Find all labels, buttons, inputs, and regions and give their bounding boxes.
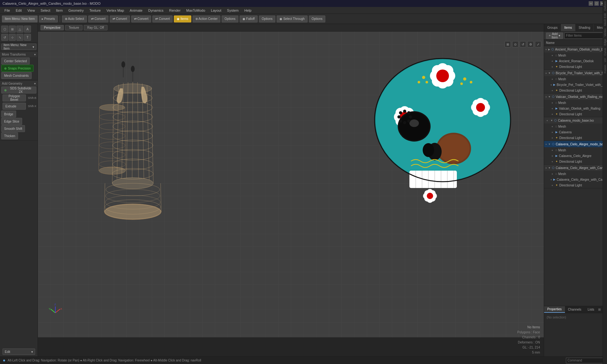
minimize-button[interactable]: ─ [589, 1, 593, 6]
vis-15[interactable]: ● [550, 160, 554, 163]
prop-expand-icon[interactable]: ⊞ [598, 307, 601, 312]
tree-item-mesh-2[interactable]: ● □ Mesh [544, 76, 607, 82]
lt-icon-text2[interactable]: T [24, 34, 31, 41]
menu-help[interactable]: Help [242, 8, 254, 13]
lt-icon-sphere[interactable]: ⬡ [1, 26, 8, 33]
convert-button-2[interactable]: ⇄ Convert [110, 15, 130, 22]
vis-1[interactable]: ● [550, 54, 554, 57]
tree-item-bicycle[interactable]: ● ▶ Bicycle_Pet_Trailer_Violet_with_Sphy… [544, 82, 607, 88]
vp-ctrl-expand[interactable]: ⤢ [535, 41, 541, 47]
tree-item-light-1[interactable]: ● ✦ Directional Light [544, 64, 607, 70]
vis-14[interactable]: ● [550, 155, 554, 157]
tree-item-vatican[interactable]: ● ▶ Vatican_Obelisk_with_Railing [544, 106, 607, 111]
select-through-button[interactable]: ◉ Select Through [277, 15, 307, 22]
extrude-button[interactable]: Extrude [3, 103, 26, 110]
snaps-precision-button[interactable]: ⊕ Snaps Precision [1, 65, 34, 72]
menu-edit[interactable]: Edit [13, 8, 24, 13]
vis-6[interactable]: ● [550, 89, 554, 92]
vis-icon-3[interactable]: ● [545, 95, 547, 98]
tree-item-mesh-5[interactable]: ● □ Mesh [544, 147, 607, 153]
tree-item-light-3[interactable]: ● ✦ Directional Light [544, 111, 607, 117]
polygon-bevel-button[interactable]: Polygon Bevel [3, 94, 26, 101]
tree-group-header-1[interactable]: ● ▶ ⬡ Ancient_Roman_Obelisk_modo_base.lx… [544, 46, 607, 52]
lt-icon-move[interactable]: ⊹ [9, 34, 16, 41]
tree-group-header-6[interactable]: ● ▼ ⬡ Calavera_Cielo_Alegre_with_Candle.… [544, 165, 607, 171]
menu-file[interactable]: File [2, 8, 13, 13]
viewport-canvas[interactable]: ⊞ ⊙ ↺ ⚙ ⤢ X Y Z [38, 32, 544, 337]
command-input[interactable] [566, 358, 604, 363]
menu-dynamics[interactable]: Dynamics [146, 8, 166, 13]
vp-ctrl-rotate[interactable]: ↺ [520, 41, 526, 47]
tree-item-mesh-4[interactable]: ● □ Mesh [544, 124, 607, 129]
lt-icon-type[interactable]: A [24, 26, 31, 33]
auto-select-button[interactable]: ⊕ Auto Select [62, 15, 87, 22]
vis-icon-1[interactable]: ● [545, 48, 547, 51]
vis-7[interactable]: ● [550, 101, 554, 104]
vis-9[interactable]: ● [550, 113, 554, 116]
tree-group-header-3[interactable]: ● ▼ ⬡ Vatican_Obelisk_with_Railing_modo_… [544, 94, 607, 100]
add-geometry-header[interactable]: Add Geometry ▾ [0, 81, 38, 86]
falloff-button[interactable]: ◉ Falloff [240, 15, 258, 22]
channels-tab[interactable]: Channels [565, 306, 585, 313]
tree-item-calavera-candle[interactable]: ● ▶ Calavera_Cielo_Alegre_with_Candles [544, 177, 607, 182]
vis-17[interactable]: ● [550, 178, 552, 181]
vis-3[interactable]: ● [550, 65, 554, 68]
window-controls[interactable]: ─ □ ✕ [589, 1, 604, 6]
vis-icon-2[interactable]: ● [545, 72, 547, 75]
convert-button-1[interactable]: ⇄ Convert [88, 15, 108, 22]
sds-subdivide-button[interactable]: ⊕ SDS Subdivide 2X [1, 87, 36, 94]
tree-item-obelisk[interactable]: ● ▶ Ancient_Roman_Obelisk [544, 58, 607, 64]
convert-button-4[interactable]: ⇄ Convert [152, 15, 173, 22]
add-item-button[interactable]: + Add Item ▾ [546, 33, 563, 39]
center-selected-button[interactable]: Center Selected [1, 58, 30, 64]
menu-maxtomodo[interactable]: MaxToModo [184, 8, 208, 13]
menu-geometry[interactable]: Geometry [66, 8, 86, 13]
presets-button[interactable]: ▸ Presets [39, 15, 58, 22]
items-button[interactable]: ◉ Items [174, 15, 191, 22]
tree-group-header-2[interactable]: ● ▼ ⬡ Bicycle_Pet_Trailer_Violet_with_Sp… [544, 70, 607, 76]
raygl-tab[interactable]: Ray GL: Off [84, 25, 107, 30]
vp-ctrl-zoom[interactable]: ⊙ [512, 41, 518, 47]
tree-item-calavera-base[interactable]: ● ▶ Calavera [544, 129, 607, 135]
options-button-2[interactable]: Options [259, 15, 275, 22]
vis-8[interactable]: ● [550, 107, 554, 110]
edge-slice-button[interactable]: Edge Slice [1, 118, 22, 125]
filter-items-input[interactable] [564, 33, 607, 39]
groups-tab[interactable]: Groups [544, 24, 561, 31]
lt-icon-rotate[interactable]: ↺ [1, 34, 8, 41]
texture-tab[interactable]: Texture [65, 25, 83, 30]
tree-item-mesh-6[interactable]: ● □ Mesh [544, 171, 607, 177]
tree-group-header-4[interactable]: ● ▼ ⬡ Calavera_modo_base.lxo [544, 117, 607, 124]
lists-tab[interactable]: Lists [585, 306, 598, 313]
vis-5[interactable]: ● [550, 83, 552, 86]
vis-10[interactable]: ● [550, 125, 554, 128]
thicken-button[interactable]: Thicken [1, 132, 18, 139]
vis-icon-5[interactable]: ● [545, 143, 547, 146]
tree-item-mesh-3[interactable]: ● □ Mesh [544, 100, 607, 106]
menu-animate[interactable]: Animate [127, 8, 145, 13]
bridge-button[interactable]: Bridge [1, 111, 16, 118]
vis-12[interactable]: ● [550, 136, 554, 139]
tree-item-light-4[interactable]: ● ✦ Directional Light [544, 135, 607, 141]
items-tab[interactable]: Items [561, 24, 575, 31]
tree-item-mesh-1[interactable]: ● □ Mesh [544, 52, 607, 58]
smooth-shift-button[interactable]: Smooth Shift [1, 125, 25, 132]
lt-icon-scale[interactable]: ⤡ [16, 34, 23, 41]
perspective-tab[interactable]: Perspective [40, 25, 64, 30]
convert-button-3[interactable]: ⇄ Convert [131, 15, 151, 22]
menu-vertex-map[interactable]: Vertex Map [104, 8, 127, 13]
tree-item-light-2[interactable]: ● ✦ Directional Light [544, 88, 607, 93]
vis-2[interactable]: ● [550, 60, 554, 63]
maximize-button[interactable]: □ [594, 1, 599, 6]
edit-mode-dropdown[interactable]: Edit ▾ [3, 349, 35, 355]
tree-group-header-5[interactable]: ● ▼ ⬡ Calavera_Cielo_Alegre_modo_base.lx… [544, 141, 607, 147]
vp-ctrl-settings[interactable]: ⚙ [527, 41, 534, 47]
options-button-3[interactable]: Options [309, 15, 325, 22]
vis-13[interactable]: ● [550, 149, 554, 152]
vis-18[interactable]: ● [550, 184, 554, 187]
vis-icon-4[interactable]: ● [545, 119, 549, 122]
tree-item-light-6[interactable]: ● ✦ Directional Light [544, 182, 607, 188]
more-transforms-header[interactable]: More Transforms ▾ [0, 52, 38, 57]
menu-texture[interactable]: Texture [87, 8, 103, 13]
lt-icon-poly[interactable]: △ [16, 26, 23, 33]
